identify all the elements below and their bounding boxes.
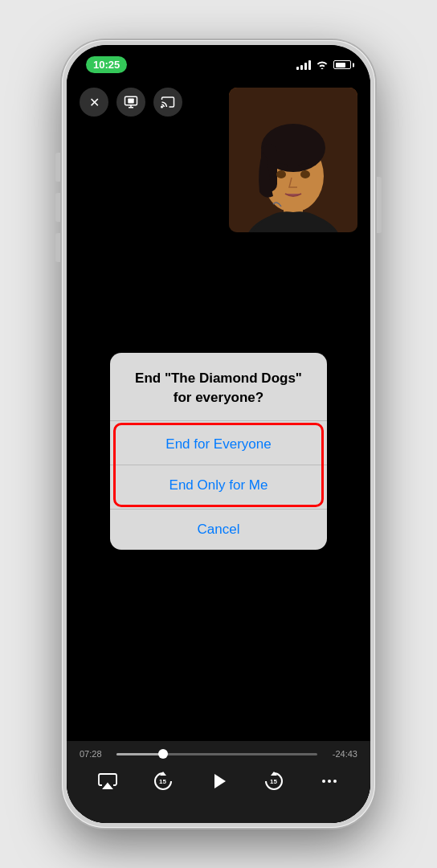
phone-frame: 10:25 [62, 40, 375, 828]
signal-icon [296, 60, 311, 70]
status-icons [296, 59, 351, 72]
alert-title: End "The Diamond Dogs" for everyone? [110, 353, 327, 420]
end-only-for-me-button[interactable]: End Only for Me [110, 465, 327, 506]
end-for-everyone-button[interactable]: End for Everyone [110, 424, 327, 465]
phone-screen: 10:25 [67, 45, 370, 823]
alert-dialog: End "The Diamond Dogs" for everyone? End… [110, 353, 327, 550]
video-area: ✕ [67, 80, 370, 823]
alert-overlay: End "The Diamond Dogs" for everyone? End… [67, 80, 370, 823]
wifi-icon [316, 59, 329, 72]
battery-icon [333, 60, 351, 69]
cancel-button[interactable]: Cancel [110, 510, 327, 550]
notch [170, 45, 267, 68]
status-time: 10:25 [86, 56, 127, 73]
screen-content: 10:25 [67, 45, 370, 823]
